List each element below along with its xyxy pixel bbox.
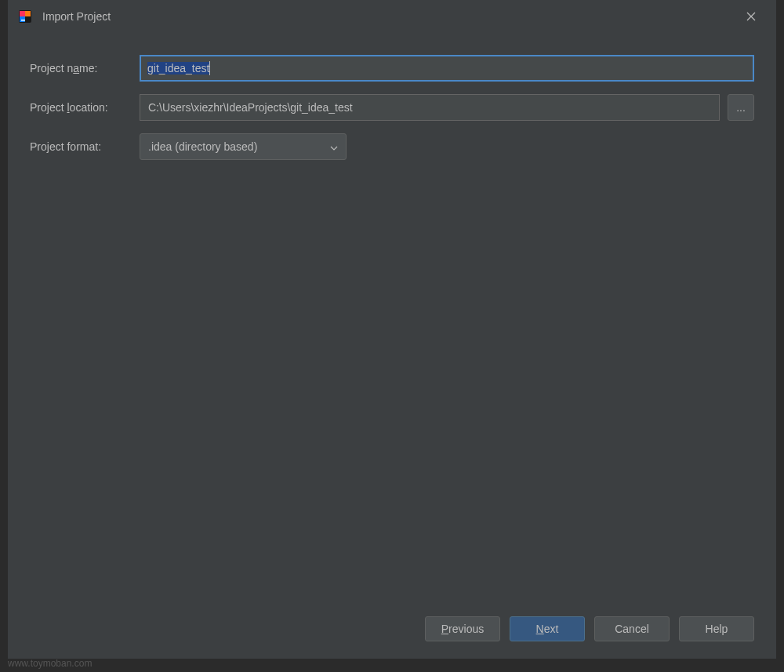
close-button[interactable] [735, 0, 767, 33]
project-location-input[interactable]: C:\Users\xiezhr\IdeaProjects\git_idea_te… [140, 94, 720, 121]
titlebar: Import Project [8, 0, 776, 33]
svg-rect-1 [21, 20, 25, 21]
next-button[interactable]: Next [510, 616, 585, 641]
dialog-title: Import Project [42, 10, 735, 23]
button-bar: Previous Next Cancel Help [8, 602, 776, 659]
project-name-row: Project name: git_idea_test [30, 55, 754, 82]
project-location-label: Project location: [30, 101, 140, 114]
project-location-row: Project location: C:\Users\xiezhr\IdeaPr… [30, 94, 754, 121]
help-button[interactable]: Help [679, 616, 754, 641]
chevron-down-icon [330, 140, 338, 153]
project-name-input[interactable]: git_idea_test [140, 55, 754, 82]
intellij-icon [17, 9, 33, 24]
project-format-row: Project format: .idea (directory based) [30, 133, 754, 160]
close-icon [746, 12, 756, 21]
watermark-text: www.toymoban.com [8, 658, 92, 669]
import-project-dialog: Import Project Project name: git_idea_te… [8, 0, 776, 659]
project-format-label: Project format: [30, 140, 140, 153]
project-format-dropdown[interactable]: .idea (directory based) [140, 133, 347, 160]
dialog-content: Project name: git_idea_test Project loca… [8, 33, 776, 602]
previous-button[interactable]: Previous [425, 616, 500, 641]
browse-location-button[interactable]: ... [728, 94, 754, 121]
project-name-label: Project name: [30, 62, 140, 74]
ellipsis-icon: ... [736, 101, 746, 114]
cancel-button[interactable]: Cancel [594, 616, 670, 641]
dropdown-selected-value: .idea (directory based) [148, 140, 257, 153]
